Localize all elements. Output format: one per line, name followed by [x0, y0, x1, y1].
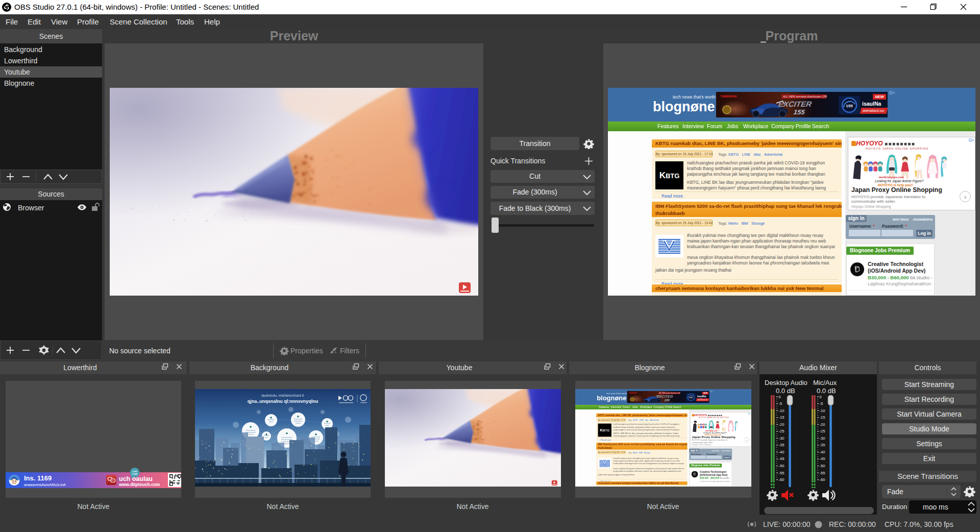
svg-text:155: 155 [689, 397, 692, 399]
svg-text:155: 155 [846, 104, 853, 108]
svg-text:-55: -55 [779, 471, 785, 475]
svg-text:-45: -45 [779, 456, 785, 461]
svg-text:-10: -10 [779, 408, 785, 413]
svg-text:0: 0 [779, 395, 781, 399]
svg-text:qjna..unqsnalnu ql:nnnsvnyqlnu: qjna..unqsnalnu ql:nnnsvnyqlnu [248, 399, 318, 404]
svg-text:-20: -20 [820, 422, 825, 427]
svg-text:-60: -60 [779, 477, 785, 482]
svg-text:-20: -20 [779, 422, 785, 427]
svg-text:-50: -50 [779, 464, 785, 468]
svg-text:anaasvmsAssvhNUs:inA: anaasvmsAssvhNUs:inA [24, 482, 66, 487]
svg-text:-30: -30 [779, 436, 785, 441]
svg-text:-15: -15 [820, 415, 825, 420]
svg-text:-35: -35 [779, 443, 785, 447]
svg-text:-25: -25 [820, 429, 825, 433]
svg-text:Ins. 1169: Ins. 1169 [24, 474, 52, 482]
svg-text:-50: -50 [820, 464, 825, 468]
svg-text:-35: -35 [820, 443, 825, 447]
svg-text:-60: -60 [820, 477, 825, 482]
svg-text:CHAT: CHAT [132, 473, 138, 475]
svg-text:-30: -30 [820, 436, 825, 441]
svg-text:0: 0 [820, 395, 822, 399]
svg-text:-5: -5 [820, 401, 823, 406]
svg-text:iaudvdcdu..nnshismc/dusni 6: iaudvdcdu..nnshismc/dusni 6 [261, 394, 304, 397]
svg-text:-10: -10 [820, 408, 825, 413]
svg-text:-25: -25 [779, 429, 785, 433]
svg-text:-40: -40 [779, 450, 785, 454]
svg-text:-40: -40 [820, 450, 825, 454]
svg-text:-15: -15 [779, 415, 785, 420]
svg-text:-45: -45 [820, 456, 825, 461]
svg-text:www.ditptouch.com: www.ditptouch.com [118, 482, 160, 487]
svg-text:-5: -5 [779, 401, 782, 406]
svg-text:-55: -55 [820, 471, 825, 475]
